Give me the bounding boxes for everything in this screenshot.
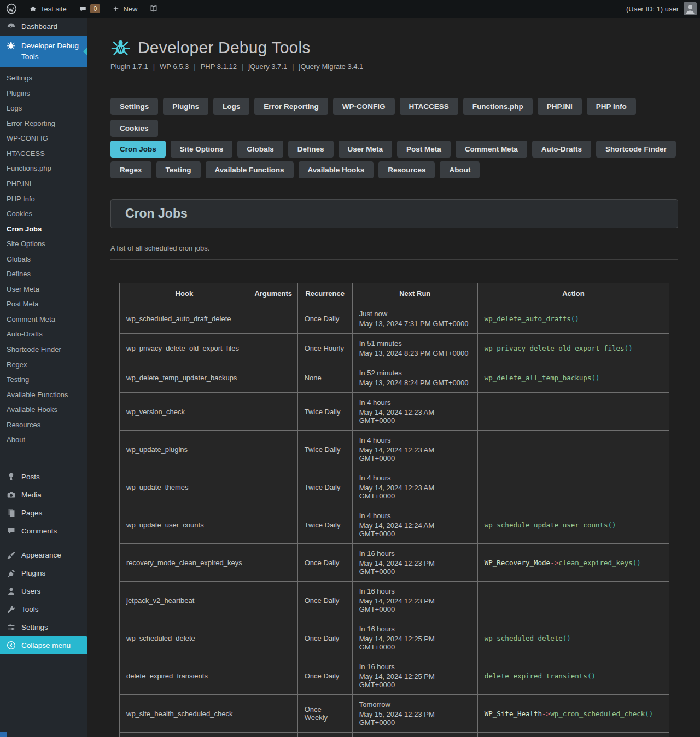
sidebar-item-tools[interactable]: Tools	[0, 600, 88, 618]
tab-post-meta[interactable]: Post Meta	[397, 141, 451, 158]
sidebar-item-label: Users	[21, 587, 40, 595]
sidebar-item-label: Comments	[21, 527, 57, 535]
avatar[interactable]	[684, 2, 697, 15]
sidebar-subitem-resources[interactable]: Resources	[0, 417, 88, 433]
next-run-line: Just now	[359, 310, 471, 318]
sidebar-item-users[interactable]: Users	[0, 582, 88, 600]
sidebar-subitem-auto-drafts[interactable]: Auto-Drafts	[0, 327, 88, 342]
brush-icon	[5, 550, 16, 560]
table-row: wp_delete_temp_updater_backupsNoneIn 52 …	[120, 363, 669, 393]
sidebar-subitem-logs[interactable]: Logs	[0, 101, 88, 116]
sidebar-subitem-error-reporting[interactable]: Error Reporting	[0, 116, 88, 131]
admin-bar-right: (User ID: 1) user	[626, 0, 700, 18]
tab-cookies[interactable]: Cookies	[110, 120, 158, 137]
tab-htaccess[interactable]: HTACCESS	[400, 98, 458, 115]
sidebar-subitem-about[interactable]: About	[0, 432, 88, 448]
tab-defines[interactable]: Defines	[288, 141, 334, 158]
next-run-line: May 14, 2024 12:24 AM GMT+0000	[359, 521, 471, 538]
code-segment-fn: wp_delete_all_temp_backups	[485, 374, 592, 382]
next-run-cell: In 16 hoursMay 14, 2024 12:23 PM GMT+000…	[352, 582, 477, 619]
site-name-link[interactable]: Test site	[23, 0, 73, 18]
next-run-cell: In 16 hoursMay 14, 2024 12:23 PM GMT+000…	[352, 544, 477, 582]
tab-available-hooks[interactable]: Available Hooks	[299, 161, 374, 178]
sidebar-subitem-available-functions[interactable]: Available Functions	[0, 387, 88, 403]
sidebar-subitem-settings[interactable]: Settings	[0, 71, 88, 86]
tab-shortcode-finder[interactable]: Shortcode Finder	[596, 141, 676, 158]
sidebar-item-posts[interactable]: Posts	[0, 468, 88, 486]
main-menu: PostsMediaPagesCommentsAppearancePlugins…	[0, 468, 88, 636]
next-run-line: In 4 hours	[359, 398, 471, 407]
sidebar-item-media[interactable]: Media	[0, 486, 88, 504]
tab-bar: SettingsPluginsLogsError ReportingWP-CON…	[110, 98, 678, 182]
tab-wp-config[interactable]: WP-CONFIG	[333, 98, 395, 115]
code-segment-fn: wp_scheduled_delete	[485, 634, 563, 642]
sidebar-subitem-functions-php[interactable]: Functions.php	[0, 161, 88, 176]
sidebar-subitem-php-ini[interactable]: PHP.INI	[0, 176, 88, 191]
sidebar-subitem-plugins[interactable]: Plugins	[0, 86, 88, 101]
collapse-menu-button[interactable]: Collapse menu	[0, 636, 88, 654]
tab-globals[interactable]: Globals	[237, 141, 283, 158]
sidebar-subitem-globals[interactable]: Globals	[0, 252, 88, 267]
comments-link[interactable]: 0	[73, 0, 107, 18]
sidebar-subitem-regex[interactable]: Regex	[0, 357, 88, 373]
sidebar-subitem-post-meta[interactable]: Post Meta	[0, 297, 88, 312]
tab-auto-drafts[interactable]: Auto-Drafts	[532, 141, 591, 158]
tab-php-info[interactable]: PHP Info	[587, 98, 636, 115]
sidebar-item-developer-debug-tools[interactable]: Developer Debug Tools	[0, 36, 88, 67]
sidebar-subitem-htaccess[interactable]: HTACCESS	[0, 146, 88, 161]
tab-about[interactable]: About	[440, 161, 480, 178]
sidebar-subitem-comment-meta[interactable]: Comment Meta	[0, 312, 88, 327]
next-run-cell: In 52 minutesMay 13, 2024 8:24 PM GMT+00…	[352, 363, 477, 393]
recurrence-cell: Once Weekly	[298, 695, 352, 733]
sidebar-item-settings[interactable]: Settings	[0, 618, 88, 636]
tab-plugins[interactable]: Plugins	[163, 98, 208, 115]
tab-resources[interactable]: Resources	[378, 161, 435, 178]
plugin-icon	[5, 568, 16, 578]
next-run-cell: In 16 hoursMay 14, 2024 12:25 PM GMT+000…	[352, 619, 477, 657]
section-title: Cron Jobs	[125, 206, 663, 221]
wordpress-logo-icon[interactable]	[0, 0, 23, 18]
sidebar-subitem-testing[interactable]: Testing	[0, 372, 88, 387]
sidebar-subitem-defines[interactable]: Defines	[0, 266, 88, 282]
tab-regex[interactable]: Regex	[110, 161, 151, 178]
tab-functions-php[interactable]: Functions.php	[463, 98, 533, 115]
sidebar-subitem-shortcode-finder[interactable]: Shortcode Finder	[0, 342, 88, 357]
tab-cron-jobs[interactable]: Cron Jobs	[110, 141, 166, 158]
tab-user-meta[interactable]: User Meta	[339, 141, 393, 158]
column-header-arguments: Arguments	[249, 283, 298, 304]
sidebar-item-dashboard[interactable]: Dashboard	[0, 18, 88, 36]
tab-site-options[interactable]: Site Options	[171, 141, 233, 158]
page-header: Developer Debug Tools	[110, 37, 678, 57]
arguments-cell	[249, 468, 298, 506]
sidebar-subitem-site-options[interactable]: Site Options	[0, 236, 88, 252]
sidebar-subitem-user-meta[interactable]: User Meta	[0, 282, 88, 297]
sidebar-subitem-wp-config[interactable]: WP-CONFIG	[0, 131, 88, 146]
sidebar-subitem-php-info[interactable]: PHP Info	[0, 191, 88, 207]
tab-logs[interactable]: Logs	[213, 98, 249, 115]
sidebar-item-appearance[interactable]: Appearance	[0, 546, 88, 564]
tab-settings[interactable]: Settings	[110, 98, 158, 115]
tab-php-ini[interactable]: PHP.INI	[538, 98, 582, 115]
user-account-label[interactable]: (User ID: 1) user	[626, 5, 679, 13]
tab-testing[interactable]: Testing	[156, 161, 201, 178]
hook-cell: recovery_mode_clean_expired_keys	[120, 544, 249, 582]
sidebar-item-comments[interactable]: Comments	[0, 522, 88, 540]
tools-icon	[5, 605, 16, 614]
sidebar-item-label: Dashboard	[21, 22, 57, 31]
tab-row: Cron JobsSite OptionsGlobalsDefinesUser …	[110, 141, 678, 158]
code-segment-fn: wp_cron_scheduled_check	[550, 710, 645, 718]
tab-available-functions[interactable]: Available Functions	[206, 161, 294, 178]
cron-table-wrap: HookArgumentsRecurrenceNext RunAction wp…	[119, 283, 669, 737]
book-icon-link[interactable]	[143, 0, 164, 18]
tab-comment-meta[interactable]: Comment Meta	[456, 141, 527, 158]
arguments-cell	[249, 657, 298, 695]
next-run-line: May 13, 2024 8:23 PM GMT+0000	[359, 349, 471, 357]
sidebar-subitem-cookies[interactable]: Cookies	[0, 206, 88, 222]
sidebar-subitem-available-hooks[interactable]: Available Hooks	[0, 402, 88, 417]
sidebar-item-plugins[interactable]: Plugins	[0, 564, 88, 582]
tab-error-reporting[interactable]: Error Reporting	[254, 98, 328, 115]
sidebar-item-pages[interactable]: Pages	[0, 504, 88, 522]
blue-corner-artifact	[0, 732, 7, 737]
sidebar-subitem-cron-jobs[interactable]: Cron Jobs	[0, 222, 88, 237]
new-content-link[interactable]: New	[106, 0, 143, 18]
